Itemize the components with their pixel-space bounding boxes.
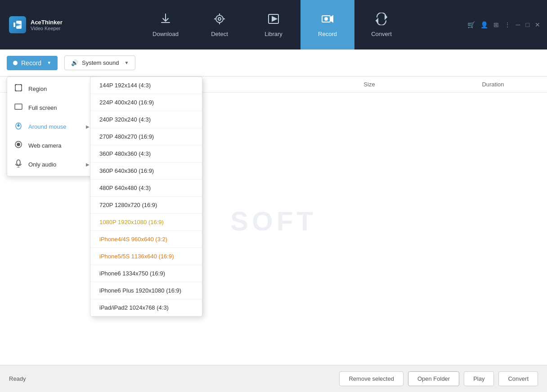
- main-content: Record ▼ 🔊 System sound ▼ Size Duration …: [0, 50, 547, 392]
- res-item-360p-43[interactable]: 360P 480x360 (4:3): [90, 145, 202, 162]
- convert-icon: [375, 13, 388, 28]
- res-item-480p[interactable]: 480P 640x480 (4:3): [90, 180, 202, 197]
- audio-arrow: ▶: [86, 162, 90, 167]
- play-button[interactable]: Play: [464, 371, 494, 386]
- col-size-header: Size: [291, 81, 448, 88]
- svg-point-30: [17, 143, 20, 146]
- tab-download[interactable]: Download: [139, 0, 193, 50]
- region-icon: [14, 84, 23, 94]
- svg-point-13: [325, 18, 327, 20]
- detect-icon: [213, 13, 226, 28]
- mouse-icon: [14, 122, 23, 131]
- close-icon[interactable]: ✕: [535, 21, 540, 28]
- toolbar: Record ▼ 🔊 System sound ▼: [0, 50, 547, 77]
- res-item-ipad[interactable]: iPad/iPad2 1024x768 (4:3): [90, 299, 202, 316]
- svg-rect-0: [13, 23, 15, 27]
- download-icon: [159, 13, 172, 28]
- open-folder-button[interactable]: Open Folder: [408, 371, 459, 386]
- menu-item-fullscreen[interactable]: Full screen: [7, 98, 96, 117]
- res-item-224p[interactable]: 224P 400x240 (16:9): [90, 94, 202, 111]
- bottom-actions: Remove selected Open Folder Play Convert: [339, 371, 538, 386]
- record-chevron: ▼: [47, 60, 51, 65]
- fullscreen-icon: [14, 103, 23, 113]
- minimize-icon[interactable]: ─: [516, 21, 520, 28]
- user-icon[interactable]: 👤: [480, 21, 488, 28]
- app-name: AceThinker Video Keeper: [31, 19, 63, 31]
- app-logo: AceThinker Video Keeper: [9, 16, 63, 33]
- res-item-iphone6plus[interactable]: iPhone6 Plus 1920x1080 (16:9): [90, 282, 202, 299]
- grid-icon[interactable]: ⊞: [493, 21, 499, 28]
- svg-marker-15: [376, 19, 378, 23]
- record-dropdown: Region Full screen Around mouse ▶: [7, 77, 97, 176]
- svg-point-4: [218, 18, 221, 20]
- remove-selected-button[interactable]: Remove selected: [339, 371, 403, 386]
- nav-tabs: Download Detect: [139, 0, 408, 50]
- cart-icon[interactable]: 🛒: [467, 21, 475, 28]
- window-controls: 🛒 👤 ⊞ ⋮ ─ □ ✕: [467, 21, 540, 28]
- svg-point-31: [17, 160, 20, 165]
- webcam-icon: [14, 140, 23, 150]
- bottom-bar: Ready Remove selected Open Folder Play C…: [0, 365, 547, 392]
- tab-record[interactable]: Record: [300, 0, 354, 50]
- record-button[interactable]: Record ▼: [7, 56, 58, 70]
- app-icon: [9, 16, 26, 33]
- svg-rect-16: [15, 85, 22, 91]
- record-dot: [13, 61, 18, 65]
- record-icon: [321, 13, 334, 28]
- more-icon[interactable]: ⋮: [504, 21, 511, 28]
- svg-rect-25: [15, 104, 22, 109]
- res-item-1080p[interactable]: 1080P 1920x1080 (16:9): [90, 214, 202, 231]
- status-text: Ready: [9, 375, 26, 382]
- maximize-icon[interactable]: □: [526, 21, 529, 28]
- res-item-iphone4[interactable]: iPhone4/4S 960x640 (3:2): [90, 231, 202, 248]
- res-item-240p[interactable]: 240P 320x240 (4:3): [90, 111, 202, 128]
- menu-item-audio[interactable]: Only audio ▶: [7, 155, 96, 174]
- svg-point-28: [18, 125, 19, 126]
- sound-chevron: ▼: [124, 60, 129, 65]
- menu-item-region[interactable]: Region: [7, 79, 96, 98]
- tab-convert[interactable]: Convert: [354, 0, 408, 50]
- audio-icon: [14, 159, 23, 169]
- sound-button[interactable]: 🔊 System sound ▼: [64, 55, 135, 70]
- library-icon: [267, 13, 280, 28]
- res-item-iphone6[interactable]: iPhone6 1334x750 (16:9): [90, 265, 202, 282]
- svg-marker-14: [385, 15, 387, 19]
- tab-detect[interactable]: Detect: [193, 0, 247, 50]
- tab-library[interactable]: Library: [247, 0, 300, 50]
- menu-item-webcamera[interactable]: Web camera: [7, 136, 96, 155]
- svg-point-3: [216, 15, 223, 23]
- menu-item-around-mouse[interactable]: Around mouse ▶: [7, 117, 96, 136]
- res-item-720p[interactable]: 720P 1280x720 (16:9): [90, 197, 202, 214]
- around-mouse-arrow: ▶: [86, 124, 90, 129]
- svg-marker-10: [272, 17, 277, 21]
- res-item-360p-169[interactable]: 360P 640x360 (16:9): [90, 162, 202, 180]
- res-item-144p[interactable]: 144P 192x144 (4:3): [90, 77, 202, 94]
- titlebar: AceThinker Video Keeper Download: [0, 0, 547, 50]
- convert-button[interactable]: Convert: [498, 371, 538, 386]
- res-item-270p[interactable]: 270P 480x270 (16:9): [90, 128, 202, 145]
- watermark: SOFT: [230, 205, 317, 236]
- sound-icon: 🔊: [71, 59, 78, 66]
- resolution-dropdown: 144P 192x144 (4:3) 224P 400x240 (16:9) 2…: [90, 77, 202, 317]
- res-item-iphone5[interactable]: iPhone5/5S 1136x640 (16:9): [90, 248, 202, 265]
- col-duration-header: Duration: [448, 81, 538, 88]
